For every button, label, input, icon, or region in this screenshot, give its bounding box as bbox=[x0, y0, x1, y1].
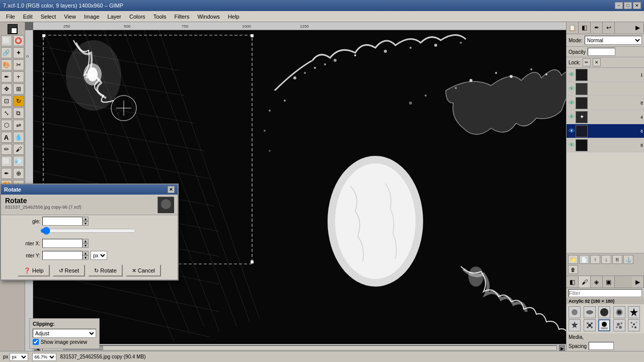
layer-item[interactable]: 👁 bbox=[567, 82, 644, 96]
tool-eraser[interactable]: ⬜ bbox=[1, 156, 12, 167]
tool-airbrush[interactable]: 💨 bbox=[13, 156, 24, 167]
tool-rect-select[interactable]: ⬜ bbox=[1, 35, 12, 46]
angle-spin-down[interactable]: ▼ bbox=[83, 221, 89, 226]
close-button[interactable]: ✕ bbox=[633, 2, 641, 9]
layers-tab-menu[interactable]: ▶ bbox=[632, 22, 644, 33]
rotate-apply-button[interactable]: ↻ Rotate bbox=[88, 264, 122, 277]
layers-tab-channels[interactable]: ◧ bbox=[579, 22, 591, 33]
delete-layer-btn[interactable]: 🗑 bbox=[568, 265, 578, 274]
layer-item[interactable]: 👁 1 bbox=[567, 68, 644, 82]
tool-color-fg[interactable] bbox=[8, 24, 18, 34]
layer-item[interactable]: 👁 8 bbox=[567, 96, 644, 110]
rotate-dialog-close-button[interactable]: ✕ bbox=[168, 186, 175, 193]
duplicate-layer-btn[interactable]: ⎘ bbox=[612, 255, 622, 264]
tool-align[interactable]: ⊞ bbox=[13, 83, 24, 95]
lock-position-btn[interactable]: ✕ bbox=[593, 58, 601, 66]
menu-view[interactable]: View bbox=[60, 13, 80, 21]
tool-paths[interactable]: ✒ bbox=[1, 71, 12, 82]
move-layer-up-btn[interactable]: ↑ bbox=[590, 255, 600, 264]
tool-shear[interactable]: ⧉ bbox=[13, 108, 24, 119]
layer-opacity-input[interactable]: 100.0 bbox=[588, 48, 615, 56]
center-x-input[interactable]: 106.00 bbox=[42, 239, 83, 248]
layer-item[interactable]: 👁 8 bbox=[567, 138, 644, 152]
menu-tools[interactable]: Tools bbox=[149, 13, 171, 21]
brush-item[interactable] bbox=[569, 306, 581, 318]
tool-rotate[interactable]: ↻ bbox=[13, 96, 24, 107]
menu-filters[interactable]: Filters bbox=[171, 13, 194, 21]
layer-visibility-eye[interactable]: 👁 bbox=[568, 141, 576, 149]
tool-free-select[interactable]: 🔗 bbox=[1, 47, 12, 58]
brush-tab-patterns[interactable]: ◧ bbox=[567, 276, 579, 288]
brush-item[interactable] bbox=[569, 319, 581, 331]
clipping-mode-select[interactable]: Adjust Clip Crop bbox=[33, 329, 96, 338]
tool-ellipse-select[interactable]: ⭕ bbox=[13, 35, 24, 46]
layer-item[interactable]: 👁 ✦ 4 bbox=[567, 110, 644, 124]
tool-color-picker[interactable]: 💧 bbox=[13, 132, 24, 143]
menu-file[interactable]: File bbox=[2, 13, 19, 21]
move-layer-down-btn[interactable]: ↓ bbox=[601, 255, 611, 264]
create-layer-btn[interactable]: 📄 bbox=[579, 255, 589, 264]
cy-spin-up[interactable]: ▲ bbox=[83, 251, 89, 255]
menu-windows[interactable]: Windows bbox=[193, 13, 224, 21]
brush-item[interactable] bbox=[613, 319, 625, 331]
layer-visibility-eye[interactable]: 👁 bbox=[568, 99, 576, 107]
cy-spin-down[interactable]: ▼ bbox=[83, 255, 89, 260]
menu-image[interactable]: Image bbox=[80, 13, 104, 21]
layer-mode-select[interactable]: Normal bbox=[585, 36, 642, 45]
lock-pixels-btn[interactable]: ✏ bbox=[583, 58, 591, 66]
reset-button[interactable]: ↺ Reset bbox=[53, 264, 86, 277]
tool-flip[interactable]: ⇌ bbox=[13, 120, 24, 131]
menu-edit[interactable]: Edit bbox=[19, 13, 37, 21]
tool-text[interactable]: + bbox=[13, 71, 24, 82]
tool-pencil[interactable]: ✏ bbox=[1, 144, 12, 155]
maximize-button[interactable]: □ bbox=[624, 2, 632, 9]
tool-heal[interactable]: ⊕ bbox=[13, 168, 24, 179]
zoom-select[interactable]: 66.7% 50% 100% bbox=[32, 353, 56, 361]
tool-paintbrush[interactable]: 🖌 bbox=[13, 144, 24, 155]
anchor-layer-btn[interactable]: ⚓ bbox=[623, 255, 633, 264]
brush-item[interactable] bbox=[628, 306, 640, 318]
brush-tab-menu[interactable]: ▶ bbox=[632, 276, 644, 288]
layers-tab-undo[interactable]: ↩ bbox=[603, 22, 615, 33]
layers-tab-pages[interactable]: 📋 bbox=[567, 22, 579, 33]
angle-slider[interactable] bbox=[40, 227, 136, 234]
tool-perspective[interactable]: ⬡ bbox=[1, 120, 12, 131]
cx-spin-up[interactable]: ▲ bbox=[83, 239, 89, 243]
tool-scale[interactable]: ⤡ bbox=[1, 108, 12, 119]
brush-tab-brushes[interactable]: 🖌 bbox=[579, 276, 591, 288]
brush-filter-input[interactable] bbox=[569, 289, 642, 297]
brush-tab-gradients[interactable]: ▣ bbox=[603, 276, 615, 288]
menu-colors[interactable]: Colors bbox=[125, 13, 149, 21]
tool-ink[interactable]: ✒ bbox=[1, 168, 12, 179]
brush-item[interactable] bbox=[628, 319, 640, 331]
cx-spin-down[interactable]: ▼ bbox=[83, 243, 89, 248]
tool-scissors[interactable]: ✂ bbox=[13, 59, 24, 70]
layer-visibility-eye[interactable]: 👁 bbox=[568, 85, 576, 93]
brush-item[interactable] bbox=[584, 319, 596, 331]
center-y-input[interactable]: 184.00 bbox=[42, 251, 83, 260]
tool-crop[interactable]: ⊡ bbox=[1, 96, 12, 107]
tool-by-color[interactable]: 🎨 bbox=[1, 59, 12, 70]
layer-item[interactable]: 👁 8 bbox=[567, 124, 644, 138]
new-layer-group-btn[interactable]: 📁 bbox=[568, 255, 578, 264]
layer-visibility-eye[interactable]: 👁 bbox=[568, 127, 576, 135]
brush-item[interactable] bbox=[584, 306, 596, 318]
spacing-input[interactable]: 25.0 bbox=[589, 342, 614, 350]
layers-tab-paths[interactable]: ✒ bbox=[591, 22, 603, 33]
brush-item[interactable] bbox=[598, 306, 610, 318]
brush-item[interactable] bbox=[613, 306, 625, 318]
show-preview-checkbox[interactable] bbox=[33, 339, 39, 345]
unit-select-dialog[interactable]: px bbox=[91, 251, 107, 260]
horizontal-scrollbar[interactable]: ◄ ► bbox=[33, 344, 566, 351]
menu-layer[interactable]: Layer bbox=[104, 13, 126, 21]
angle-input[interactable]: -172.38 bbox=[42, 217, 83, 226]
tool-fuzzy-select[interactable]: ✦ bbox=[13, 47, 24, 58]
layer-visibility-eye[interactable]: 👁 bbox=[568, 71, 576, 79]
unit-select[interactable]: px mm in bbox=[10, 353, 28, 361]
cancel-button[interactable]: ✕ Cancel bbox=[126, 264, 161, 277]
layer-visibility-eye[interactable]: 👁 bbox=[568, 113, 576, 121]
brush-item[interactable] bbox=[598, 319, 610, 331]
menu-help[interactable]: Help bbox=[224, 13, 244, 21]
minimize-button[interactable]: − bbox=[615, 2, 623, 9]
angle-spin-up[interactable]: ▲ bbox=[83, 217, 89, 221]
